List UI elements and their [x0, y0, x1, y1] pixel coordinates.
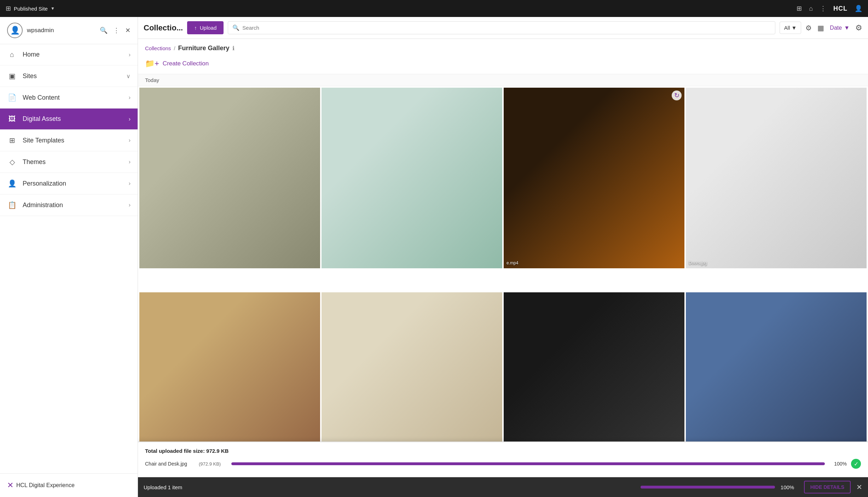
tile-filename: Doors.jpg	[689, 261, 864, 265]
section-today-label: Today	[138, 74, 868, 86]
search-input[interactable]	[242, 25, 771, 31]
grid-view-icon[interactable]: ▦	[817, 24, 824, 32]
tile-filename: e.mp4	[507, 261, 682, 265]
topbar-left: ⊞ Published Site ▼	[6, 5, 55, 12]
more-options-icon[interactable]: ⋮	[113, 27, 120, 34]
topbar-grid-icon[interactable]: ⊞	[797, 5, 802, 12]
sidebar-user-row: 👤 wpsadmin 🔍 ⋮ ✕	[0, 17, 138, 44]
filter-arrow-icon: ▼	[792, 25, 797, 31]
sidebar-item-label: Home	[23, 51, 123, 58]
image-tile[interactable]	[139, 88, 320, 268]
chevron-down-icon: ∨	[126, 73, 131, 80]
close-icon[interactable]: ✕	[125, 27, 131, 34]
sidebar-user-icons: 🔍 ⋮ ✕	[100, 27, 131, 34]
image-grid: e.mp4 ↻ Doors.jpg	[138, 86, 868, 497]
upload-file-row: Chair and Desk.jpg (972.9 KB) 100% ✓	[145, 459, 861, 469]
sidebar-item-label: Themes	[23, 158, 123, 166]
image-tile[interactable]	[322, 88, 502, 268]
topbar: ⊞ Published Site ▼ ⊞ ⌂ ⋮ HCL 👤	[0, 0, 868, 17]
upload-footer-bar: Uploaded 1 item 100% HIDE DETAILS ✕	[138, 477, 868, 497]
sidebar-item-administration[interactable]: 📋 Administration ›	[0, 194, 138, 216]
upload-percent-label: 100%	[829, 461, 847, 467]
chevron-right-icon: ›	[129, 94, 131, 101]
sidebar: 👤 wpsadmin 🔍 ⋮ ✕ ⌂ Home › ▣ Sites ∨ 📄	[0, 17, 138, 497]
web-content-icon: 📄	[7, 93, 17, 102]
image-tile[interactable]: Doors.jpg	[686, 88, 867, 268]
date-sort-label: Date	[830, 25, 842, 31]
sidebar-item-label: Digital Assets	[23, 115, 123, 123]
topbar-right: ⊞ ⌂ ⋮ HCL 👤	[797, 5, 862, 12]
breadcrumb-current: Furniture Gallery	[178, 45, 230, 52]
topbar-title: Published Site	[14, 6, 48, 12]
site-templates-icon: ⊞	[7, 136, 17, 145]
sidebar-item-site-templates[interactable]: ⊞ Site Templates ›	[0, 130, 138, 151]
filter-label: All	[784, 25, 790, 31]
close-upload-icon[interactable]: ✕	[856, 483, 862, 491]
sidebar-item-themes[interactable]: ◇ Themes ›	[0, 151, 138, 173]
administration-icon: 📋	[7, 201, 17, 209]
sidebar-item-label: Web Content	[23, 94, 123, 101]
search-icon: 🔍	[232, 24, 239, 31]
filter-options-icon[interactable]: ⚙	[805, 24, 812, 32]
search-bar[interactable]: 🔍	[228, 21, 775, 34]
digital-assets-icon: 🖼	[7, 115, 17, 123]
create-collection-button[interactable]: 📁+ Create Collection	[138, 55, 868, 74]
upload-progress-bar	[231, 462, 825, 465]
breadcrumb-separator: /	[174, 45, 175, 51]
sidebar-item-label: Site Templates	[23, 137, 123, 144]
upload-button-label: Upload	[200, 25, 217, 31]
hcl-dx-icon: ✕	[7, 481, 13, 490]
info-icon[interactable]: ℹ	[232, 45, 235, 52]
content-area: Collectio... ↑ Upload 🔍 All ▼ ⚙ ▦ Date ▼	[138, 17, 868, 497]
hcl-dx-logo: ✕ HCL Digital Experience	[7, 481, 75, 490]
topbar-home-icon[interactable]: ⌂	[809, 5, 813, 12]
topbar-menu-icon[interactable]: ⊞	[6, 5, 11, 12]
hcl-logo: HCL	[833, 5, 847, 12]
chevron-right-icon: ›	[129, 180, 131, 187]
sidebar-item-home[interactable]: ⌂ Home ›	[0, 44, 138, 65]
image-tile[interactable]: e.mp4 ↻	[504, 88, 684, 268]
date-sort-button[interactable]: Date ▼	[830, 25, 850, 31]
search-icon[interactable]: 🔍	[100, 27, 108, 34]
upload-footer-fill	[641, 486, 775, 489]
sidebar-item-label: Personalization	[23, 180, 123, 187]
themes-icon: ◇	[7, 158, 17, 166]
sidebar-item-personalization[interactable]: 👤 Personalization ›	[0, 173, 138, 194]
sites-icon: ▣	[7, 72, 17, 80]
sidebar-nav: ⌂ Home › ▣ Sites ∨ 📄 Web Content › 🖼 Dig…	[0, 44, 138, 473]
hide-details-button[interactable]: HIDE DETAILS	[804, 481, 851, 493]
chevron-right-icon: ›	[129, 137, 131, 144]
chevron-right-icon: ›	[129, 52, 131, 58]
topbar-user-icon[interactable]: 👤	[855, 5, 862, 12]
create-collection-icon: 📁+	[145, 59, 159, 68]
settings-icon[interactable]: ⚙	[855, 23, 862, 33]
upload-file-name: Chair and Desk.jpg	[145, 461, 195, 467]
sidebar-item-digital-assets[interactable]: 🖼 Digital Assets ›	[0, 109, 138, 130]
topbar-dropdown-arrow[interactable]: ▼	[51, 6, 55, 11]
hcl-dx-text: HCL Digital Experience	[16, 482, 75, 489]
content-header: Collectio... ↑ Upload 🔍 All ▼ ⚙ ▦ Date ▼	[138, 17, 868, 39]
upload-total-label: Total uploaded file size: 972.9 KB	[145, 448, 861, 454]
upload-details-panel: Total uploaded file size: 972.9 KB Chair…	[138, 442, 868, 476]
sidebar-item-web-content[interactable]: 📄 Web Content ›	[0, 87, 138, 109]
personalization-icon: 👤	[7, 179, 17, 188]
chevron-right-icon: ›	[129, 202, 131, 208]
upload-file-size: (972.9 KB)	[199, 461, 227, 467]
filter-dropdown[interactable]: All ▼	[780, 22, 802, 34]
breadcrumb: Collections / Furniture Gallery ℹ	[138, 39, 868, 55]
upload-complete-check: ✓	[851, 459, 861, 469]
upload-icon: ↑	[194, 25, 197, 31]
header-icons: ⚙ ▦ Date ▼ ⚙	[805, 23, 862, 33]
create-collection-label: Create Collection	[163, 60, 209, 67]
refresh-icon[interactable]: ↻	[672, 90, 682, 100]
upload-footer-progress	[641, 486, 775, 489]
sidebar-item-label: Sites	[23, 72, 121, 80]
upload-button[interactable]: ↑ Upload	[187, 21, 224, 34]
chevron-right-icon: ›	[129, 159, 131, 165]
upload-footer-percent: 100%	[781, 484, 798, 490]
topbar-more-icon[interactable]: ⋮	[820, 5, 826, 12]
content-title: Collectio...	[144, 23, 183, 33]
sidebar-item-sites[interactable]: ▣ Sites ∨	[0, 65, 138, 87]
breadcrumb-collections-link[interactable]: Collections	[145, 45, 171, 51]
uploaded-item-label: Uploaded 1 item	[144, 484, 635, 490]
